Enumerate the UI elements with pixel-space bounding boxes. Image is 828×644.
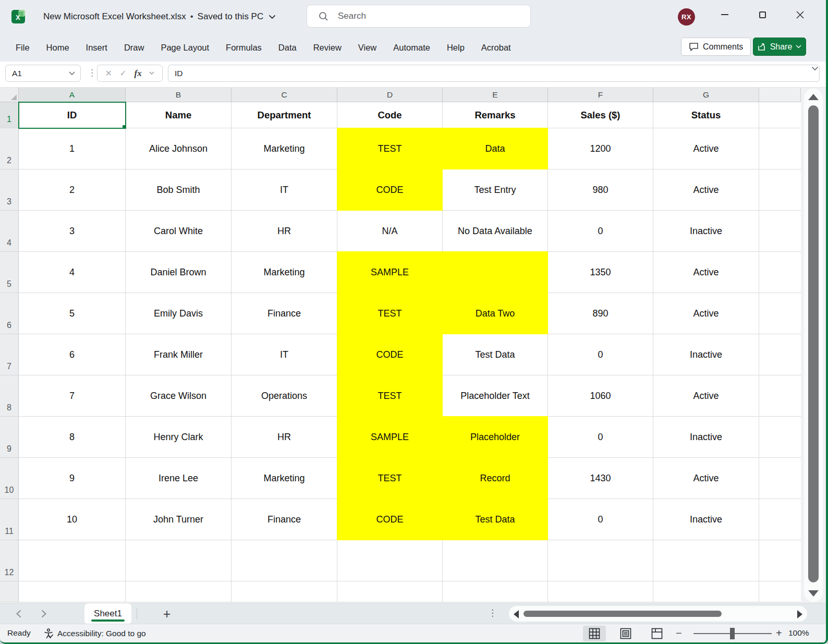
row-header-7[interactable]: 7 [0,334,19,375]
cell-F3[interactable]: 980 [548,169,653,211]
cell-D9[interactable]: SAMPLE [337,417,443,458]
enter-icon[interactable]: ✓ [120,68,127,78]
cell-G7[interactable]: Inactive [653,334,759,375]
zoom-level[interactable]: 100% [788,628,809,638]
cell-G3[interactable]: Active [653,169,759,211]
add-sheet-button[interactable]: + [159,605,175,622]
row-header-4[interactable]: 4 [0,211,19,252]
column-header-D[interactable]: D [337,88,443,102]
cell-D11[interactable]: CODE [337,499,443,540]
cell-E2[interactable]: Data [443,128,548,169]
cell-C5[interactable]: Marketing [232,252,337,293]
cell-D6[interactable]: TEST [337,293,443,334]
horizontal-scrollbar-thumb[interactable] [523,611,722,617]
cell-E6[interactable]: Data Two [443,293,548,334]
cell-B1[interactable]: Name [126,102,232,128]
cell-C8[interactable]: Operations [232,375,337,417]
row-header-3[interactable]: 3 [0,169,19,211]
cell-E3[interactable]: Test Entry [443,169,548,211]
menu-item-page-layout[interactable]: Page Layout [152,33,217,62]
cell-C10[interactable]: Marketing [232,458,337,499]
cell-C6[interactable]: Finance [232,293,337,334]
cell-B6[interactable]: Emily Davis [126,293,232,334]
cell-E4[interactable]: No Data Available [443,211,548,252]
account-avatar[interactable]: RX [678,8,695,26]
row-header-9[interactable]: 9 [0,417,19,458]
cell-C12[interactable] [232,540,337,581]
close-button[interactable] [787,0,812,29]
cell-G10[interactable]: Active [653,458,759,499]
row-header-10[interactable]: 10 [0,458,19,499]
cell-G2[interactable]: Active [653,128,759,169]
cell-D7[interactable]: CODE [337,334,443,375]
scroll-down-icon[interactable] [808,590,819,597]
cell-B4[interactable]: Carol White [126,211,232,252]
row-header-6[interactable]: 6 [0,293,19,334]
comments-button[interactable]: Comments [681,38,751,56]
menu-item-data[interactable]: Data [270,33,305,62]
cell-B10[interactable]: Irene Lee [126,458,232,499]
row-header-12[interactable]: 12 [0,540,19,581]
cell-A10[interactable]: 9 [19,458,126,499]
cell-C2[interactable]: Marketing [232,128,337,169]
cell-D10[interactable]: TEST [337,458,443,499]
zoom-slider-handle[interactable] [730,628,735,639]
chevron-down-icon[interactable] [269,15,276,19]
cell-A4[interactable]: 3 [19,211,126,252]
cell-F11[interactable]: 0 [548,499,653,540]
cell-B12[interactable] [126,540,232,581]
column-header-G[interactable]: G [653,88,759,102]
cell-B9[interactable]: Henry Clark [126,417,232,458]
cell-F9[interactable]: 0 [548,417,653,458]
name-box-chevron-icon[interactable] [69,71,75,76]
page-break-preview-button[interactable] [646,626,668,641]
row-header-5[interactable]: 5 [0,252,19,293]
formula-input[interactable]: ID [168,65,820,82]
cell-D12[interactable] [337,540,443,581]
cell-A3[interactable]: 2 [19,169,126,211]
cell-G6[interactable]: Active [653,293,759,334]
menu-item-help[interactable]: Help [439,33,473,62]
scroll-right-icon[interactable] [797,610,802,618]
menu-item-draw[interactable]: Draw [116,33,153,62]
menu-item-view[interactable]: View [350,33,385,62]
next-sheet-button[interactable] [38,607,50,620]
cell-A6[interactable]: 5 [19,293,126,334]
cell-F8[interactable]: 1060 [548,375,653,417]
cell-E10[interactable]: Record [443,458,548,499]
cell-A2[interactable]: 1 [19,128,126,169]
page-layout-view-button[interactable] [614,626,637,641]
zoom-out-button[interactable]: − [676,627,682,639]
cell-C7[interactable]: IT [232,334,337,375]
cell-F5[interactable]: 1350 [548,252,653,293]
cell-F12[interactable] [548,540,653,581]
cell-B2[interactable]: Alice Johnson [126,128,232,169]
cell-G11[interactable]: Inactive [653,499,759,540]
cell-B11[interactable]: John Turner [126,499,232,540]
vertical-scrollbar-track[interactable] [804,89,823,602]
row-header-8[interactable]: 8 [0,375,19,417]
horizontal-scrollbar[interactable] [509,606,807,622]
cell-E[interactable] [443,581,548,602]
column-header-C[interactable]: C [232,88,337,102]
cell-A[interactable] [19,581,126,602]
cell-G12[interactable] [653,540,759,581]
cell-E5[interactable] [443,252,548,293]
cell-C1[interactable]: Department [232,102,337,128]
menu-item-automate[interactable]: Automate [385,33,439,62]
cell-A5[interactable]: 4 [19,252,126,293]
cell-A8[interactable]: 7 [19,375,126,417]
select-all-button[interactable] [0,88,19,102]
cell-F7[interactable]: 0 [548,334,653,375]
previous-sheet-button[interactable] [13,607,25,620]
cell-E12[interactable] [443,540,548,581]
cell-D4[interactable]: N/A [337,211,443,252]
cell-G1[interactable]: Status [653,102,759,128]
cell-A12[interactable] [19,540,126,581]
scroll-up-icon[interactable] [808,94,819,100]
column-header-A[interactable]: A [19,88,126,102]
column-header-F[interactable]: F [548,88,653,102]
normal-view-button[interactable] [583,626,606,641]
formula-bar-grip-icon[interactable]: ⋮ [88,67,96,78]
share-button[interactable]: Share [753,38,806,56]
